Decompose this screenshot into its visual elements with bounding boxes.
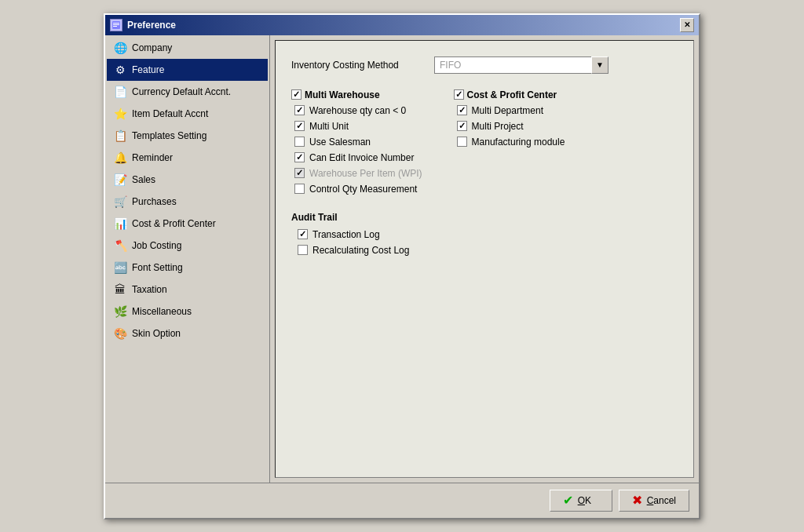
sidebar-label-currency: Currency Default Accnt. xyxy=(132,86,231,97)
sidebar-icon-item-default: ⭐ xyxy=(113,107,127,121)
sidebar-label-sales: Sales xyxy=(132,174,155,185)
left-cb-label-2: Use Salesman xyxy=(309,137,371,148)
svg-rect-2 xyxy=(113,24,119,25)
sidebar-label-reminder: Reminder xyxy=(132,152,173,163)
svg-rect-1 xyxy=(113,23,119,24)
audit-section: Audit TrailTransaction LogRecalculating … xyxy=(291,212,422,256)
sidebar-icon-purchases: 🛒 xyxy=(113,195,127,209)
sidebar-item-taxation[interactable]: 🏛Taxation xyxy=(107,279,268,301)
left-column-header: Multi Warehouse xyxy=(291,89,422,100)
left-checkbox-item-4: Warehouse Per Item (WPI) xyxy=(291,168,422,179)
main-content: Inventory Costing Method ▼ Multi Warehou… xyxy=(275,40,694,478)
left-cb-3[interactable] xyxy=(294,152,305,162)
right-cb-label-0: Multi Department xyxy=(472,105,543,116)
cancel-shortcut: C xyxy=(647,495,654,506)
right-cb-2[interactable] xyxy=(457,137,467,147)
sidebar-item-reminder[interactable]: 🔔Reminder xyxy=(107,147,268,169)
audit-items: Transaction LogRecalculating Cost Log xyxy=(291,229,422,256)
close-button[interactable]: ✕ xyxy=(680,18,694,32)
left-checkbox-item-1: Multi Unit xyxy=(291,121,422,132)
sidebar-item-feature[interactable]: ⚙Feature xyxy=(107,59,268,81)
cancel-button[interactable]: ✖ Cancel xyxy=(619,490,689,512)
audit-cb-label-0: Transaction Log xyxy=(312,229,380,240)
left-cb-1[interactable] xyxy=(294,121,305,131)
sidebar-item-currency[interactable]: 📄Currency Default Accnt. xyxy=(107,81,268,103)
right-cb-1[interactable] xyxy=(457,121,467,131)
left-cb-0[interactable] xyxy=(294,105,305,115)
sidebar-item-miscellaneous[interactable]: 🌿Miscellaneous xyxy=(107,301,268,322)
left-cb-label-1: Multi Unit xyxy=(309,121,349,132)
left-cb-2[interactable] xyxy=(294,137,305,147)
sidebar-icon-miscellaneous: 🌿 xyxy=(113,304,127,319)
sidebar-icon-currency: 📄 xyxy=(113,85,127,99)
costing-method-select[interactable]: ▼ xyxy=(434,56,608,74)
sidebar-label-cost-profit: Cost & Profit Center xyxy=(132,218,216,229)
sidebar-label-taxation: Taxation xyxy=(132,284,167,295)
sidebar-label-miscellaneous: Miscellaneous xyxy=(132,306,192,317)
multi-warehouse-checkbox[interactable] xyxy=(291,89,302,100)
sidebar-icon-taxation: 🏛 xyxy=(113,282,127,297)
left-checkbox-item-2: Use Salesman xyxy=(291,137,422,148)
sidebar-icon-templates: 📋 xyxy=(113,129,127,143)
audit-cb-label-1: Recalculating Cost Log xyxy=(312,245,409,256)
sidebar-label-feature: Feature xyxy=(132,64,164,75)
costing-method-input[interactable] xyxy=(434,56,591,74)
ok-button[interactable]: ✔ OK xyxy=(550,490,612,512)
left-column: Multi Warehouse Warehouse qty can < 0Mul… xyxy=(291,89,422,256)
audit-cb-0[interactable] xyxy=(298,229,308,239)
left-cb-4 xyxy=(294,168,305,178)
cancel-label: Cancel xyxy=(647,495,676,506)
sidebar-item-job-costing[interactable]: 🪓Job Costing xyxy=(107,235,268,257)
sidebar-icon-cost-profit: 📊 xyxy=(113,217,127,231)
sidebar-icon-feature: ⚙ xyxy=(113,63,127,77)
right-checkbox-item-2: Manufacturing module xyxy=(454,137,565,148)
left-column-title: Multi Warehouse xyxy=(305,89,380,100)
audit-item-0: Transaction Log xyxy=(294,229,422,240)
sidebar-item-cost-profit[interactable]: 📊Cost & Profit Center xyxy=(107,213,268,235)
sidebar-label-skin-option: Skin Option xyxy=(132,328,181,339)
sidebar-item-font-setting[interactable]: 🔤Font Setting xyxy=(107,257,268,279)
left-cb-label-5: Control Qty Measurement xyxy=(309,184,417,195)
right-cb-label-2: Manufacturing module xyxy=(472,137,565,148)
sidebar-label-company: Company xyxy=(132,42,172,53)
left-cb-label-4: Warehouse Per Item (WPI) xyxy=(309,168,422,179)
left-cb-5[interactable] xyxy=(294,184,305,194)
ok-label: OK xyxy=(578,495,591,506)
sidebar: 🌐Company⚙Feature📄Currency Default Accnt.… xyxy=(105,35,270,483)
sidebar-icon-job-costing: 🪓 xyxy=(113,239,127,253)
costing-method-label: Inventory Costing Method xyxy=(291,60,425,71)
dialog-title: Preference xyxy=(127,20,176,31)
sidebar-label-templates: Templates Setting xyxy=(132,130,206,141)
left-cb-label-3: Can Edit Invoice Number xyxy=(309,152,414,163)
left-checkbox-item-5: Control Qty Measurement xyxy=(291,184,422,195)
audit-cb-1[interactable] xyxy=(298,245,308,255)
sidebar-item-purchases[interactable]: 🛒Purchases xyxy=(107,191,268,213)
costing-method-dropdown-btn[interactable]: ▼ xyxy=(591,56,608,74)
sidebar-item-templates[interactable]: 📋Templates Setting xyxy=(107,125,268,147)
sidebar-item-company[interactable]: 🌐Company xyxy=(107,37,268,59)
right-checkbox-item-0: Multi Department xyxy=(454,105,565,116)
right-column-title: Cost & Profit Center xyxy=(467,89,557,100)
left-checkbox-item-0: Warehouse qty can < 0 xyxy=(291,105,422,116)
svg-rect-3 xyxy=(113,26,117,27)
sidebar-icon-font-setting: 🔤 xyxy=(113,261,127,275)
ok-shortcut: O xyxy=(578,495,585,506)
title-bar-left: Preference xyxy=(110,19,176,31)
sidebar-item-sales[interactable]: 📝Sales xyxy=(107,169,268,191)
sidebar-label-purchases: Purchases xyxy=(132,196,177,207)
right-cb-0[interactable] xyxy=(457,105,467,115)
sidebar-icon-company: 🌐 xyxy=(113,41,127,55)
dialog-body: 🌐Company⚙Feature📄Currency Default Accnt.… xyxy=(105,35,699,483)
sidebar-icon-reminder: 🔔 xyxy=(113,151,127,165)
sidebar-item-item-default[interactable]: ⭐Item Default Accnt xyxy=(107,103,268,125)
cost-profit-center-checkbox[interactable] xyxy=(454,89,464,100)
sidebar-item-skin-option[interactable]: 🎨Skin Option xyxy=(107,322,268,344)
left-cb-label-0: Warehouse qty can < 0 xyxy=(309,105,406,116)
dialog-footer: ✔ OK ✖ Cancel xyxy=(105,483,699,518)
left-checkbox-item-3: Can Edit Invoice Number xyxy=(291,152,422,163)
ok-icon: ✔ xyxy=(563,493,573,508)
audit-item-1: Recalculating Cost Log xyxy=(294,245,422,256)
sidebar-label-item-default: Item Default Accnt xyxy=(132,108,208,119)
checkboxes-grid: Multi Warehouse Warehouse qty can < 0Mul… xyxy=(291,89,678,256)
sidebar-icon-sales: 📝 xyxy=(113,173,127,187)
